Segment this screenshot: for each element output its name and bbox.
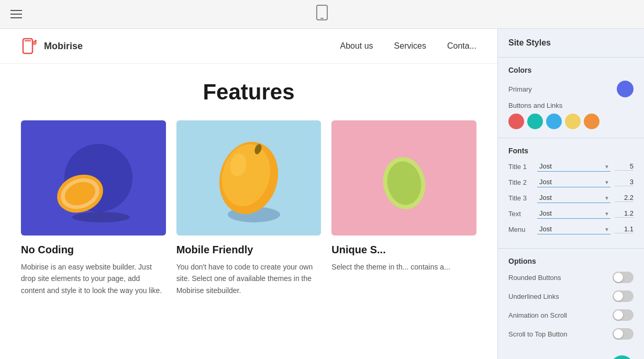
nav-contact: Conta... [447,41,476,51]
options-section-title: Options [508,257,634,265]
device-icon[interactable] [316,5,328,24]
colors-section: Colors Primary Buttons and Links [498,58,644,138]
svg-point-5 [35,40,37,42]
swatch-blue[interactable] [546,114,562,129]
svg-point-11 [72,212,130,222]
colors-section-title: Colors [508,66,634,74]
animation-scroll-toggle[interactable] [613,309,634,321]
font-size-menu[interactable] [615,225,634,233]
font-select-title1[interactable]: Jost [537,161,610,172]
close-button[interactable]: ✕ [610,355,634,359]
font-row-menu: Menu Jost ▼ [508,224,634,234]
option-row-rounded: Rounded Buttons [508,272,634,283]
font-label-text: Text [508,210,537,218]
primary-color-swatch[interactable] [617,81,634,97]
feature-card-text-3: Select the theme in th... contains a... [331,261,476,273]
feature-card-title-2: Mobile Friendly [176,244,321,256]
primary-label: Primary [508,85,532,93]
features-section: Features [0,64,497,307]
font-label-title1: Title 1 [508,163,537,171]
swatch-red[interactable] [508,114,524,129]
font-select-wrapper-title1: Jost ▼ [537,161,610,172]
nav-services[interactable]: Services [394,41,426,51]
font-select-title2[interactable]: Jost [537,177,610,187]
font-row-title2: Title 2 Jost ▼ [508,177,634,187]
feature-card-2: Mobile Friendly You don't have to code t… [176,120,321,296]
feature-card-image-2 [176,120,321,235]
option-row-underlined: Underlined Links [508,290,634,302]
site-nav: Mobirise About us Services Conta... [0,29,497,64]
melon-illustration [21,120,166,235]
font-label-menu: Menu [508,226,537,233]
feature-card-title-3: Unique S... [331,244,476,256]
menu-icon[interactable] [10,10,22,18]
font-select-wrapper-title2: Jost ▼ [537,177,610,187]
font-select-wrapper-menu: Jost ▼ [537,224,610,234]
swatch-teal[interactable] [527,114,543,129]
font-size-text[interactable] [615,209,634,218]
font-select-text[interactable]: Jost [537,208,610,219]
option-label-scroll-top: Scroll to Top Button [508,330,568,338]
color-swatches [508,114,634,129]
fonts-section: Fonts Title 1 Jost ▼ Title 2 Jost ▼ [498,138,644,249]
site-nav-links: About us Services Conta... [340,41,476,51]
option-label-rounded: Rounded Buttons [508,274,561,282]
option-label-underlined: Underlined Links [508,293,559,300]
svg-rect-0 [317,5,327,20]
font-select-wrapper-text: Jost ▼ [537,208,610,219]
panel-title: Site Styles [508,38,551,47]
feature-card-image-1 [21,120,166,235]
fonts-section-title: Fonts [508,147,634,155]
features-title: Features [21,80,476,105]
main-area: Mobirise About us Services Conta... Feat… [0,29,644,359]
feature-card-1: No Coding Mobirise is an easy website bu… [21,120,166,296]
svg-rect-1 [320,18,324,19]
feature-card-image-3 [331,120,476,235]
font-row-title1: Title 1 Jost ▼ [508,161,634,172]
options-section: Options Rounded Buttons Underlined Links… [498,249,644,355]
mango-illustration [176,120,321,235]
swatch-yellow[interactable] [565,114,581,129]
font-size-title3[interactable] [615,194,634,202]
feature-card-title-1: No Coding [21,244,166,256]
nav-about[interactable]: About us [340,41,373,51]
swatch-orange[interactable] [584,114,599,129]
logo-text: Mobirise [44,41,83,52]
canvas: Mobirise About us Services Conta... Feat… [0,29,497,359]
font-size-title2[interactable] [615,178,634,186]
feature-card-3: Unique S... Select the theme in th... co… [331,120,476,296]
features-grid: No Coding Mobirise is an easy website bu… [21,120,476,296]
scroll-top-toggle[interactable] [613,328,634,340]
buttons-links-label: Buttons and Links [508,102,634,109]
font-row-text: Text Jost ▼ [508,208,634,219]
font-row-title3: Title 3 Jost ▼ [508,193,634,203]
primary-color-row: Primary [508,81,634,97]
option-row-scroll-top: Scroll to Top Button [508,328,634,340]
right-panel: Site Styles Colors Primary Buttons and L… [497,29,644,359]
toolbar [0,0,644,29]
font-select-wrapper-title3: Jost ▼ [537,193,610,203]
option-row-animation: Animation on Scroll [508,309,634,321]
font-select-title3[interactable]: Jost [537,193,610,203]
feature-card-text-1: Mobirise is an easy website builder. Jus… [21,261,166,296]
font-select-menu[interactable]: Jost [537,224,610,234]
feature-card-text-2: You don't have to code to create your ow… [176,261,321,296]
rounded-buttons-toggle[interactable] [613,272,634,283]
option-label-animation: Animation on Scroll [508,311,567,319]
panel-header: Site Styles [498,29,644,58]
font-size-title1[interactable] [615,162,634,171]
font-label-title3: Title 3 [508,194,537,202]
font-label-title2: Title 2 [508,178,537,186]
site-logo: Mobirise [21,37,83,55]
fruit-illustration-3 [331,120,476,235]
underlined-links-toggle[interactable] [613,290,634,302]
